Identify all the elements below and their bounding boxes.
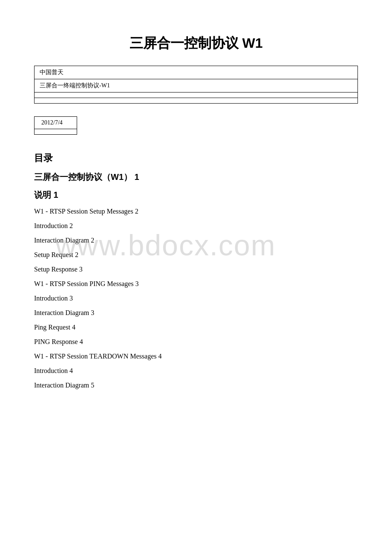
toc-item: Interaction Diagram 5 xyxy=(34,380,358,390)
toc-item: Introduction 2 xyxy=(34,221,358,231)
info-table-cell: 三屏合一终端控制协议-W1 xyxy=(35,79,358,92)
info-table-cell xyxy=(35,92,358,98)
date-table-cell xyxy=(35,129,77,135)
date-table-cell: 2012/7/4 xyxy=(35,117,77,129)
toc-item: Interaction Diagram 2 xyxy=(34,235,358,246)
info-table-cell: 中国普天 xyxy=(35,66,358,79)
toc-item: 三屏合一控制协议（W1） 1 xyxy=(34,171,358,183)
toc-item: PING Response 4 xyxy=(34,337,358,347)
toc-item: Interaction Diagram 3 xyxy=(34,308,358,318)
toc-item: W1 - RTSP Session Setup Messages 2 xyxy=(34,206,358,217)
toc-item: W1 - RTSP Session TEARDOWN Messages 4 xyxy=(34,351,358,361)
date-table: 2012/7/4 xyxy=(34,116,77,135)
page-title: 三屏合一控制协议 W1 xyxy=(34,34,358,53)
toc-item: Introduction 4 xyxy=(34,366,358,376)
toc-item: Ping Request 4 xyxy=(34,322,358,332)
toc-title: 目录 xyxy=(34,152,358,165)
toc-section: www.bdocx.com 目录 三屏合一控制协议（W1） 1说明 1W1 - … xyxy=(34,152,358,390)
toc-item: Setup Response 3 xyxy=(34,264,358,275)
toc-item: 说明 1 xyxy=(34,188,358,201)
toc-item: W1 - RTSP Session PING Messages 3 xyxy=(34,279,358,289)
toc-item: Introduction 3 xyxy=(34,293,358,304)
info-table-cell xyxy=(35,98,358,104)
info-table: 中国普天三屏合一终端控制协议-W1 xyxy=(34,66,358,104)
toc-item: Setup Request 2 xyxy=(34,250,358,260)
